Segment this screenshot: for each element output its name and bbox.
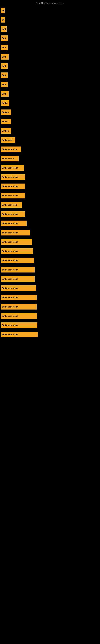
bar-16: Bottleneck resu — [1, 146, 21, 152]
bar-label-13: Bottler — [2, 120, 8, 123]
bar-3: Bott — [1, 26, 7, 32]
bar-row: Bottleneck result — [0, 313, 100, 319]
bar-row: Bottleneck result — [0, 211, 100, 217]
bar-row: Bottleneck result — [0, 239, 100, 245]
bar-19: Bottleneck result — [1, 174, 25, 180]
bar-label-2: Bo — [2, 19, 4, 21]
bar-label-31: Bottleneck result — [2, 287, 18, 290]
bar-row: Bottle — [0, 100, 100, 106]
bar-row: Bott — [0, 45, 100, 50]
bar-30: Bottleneck result — [1, 276, 35, 282]
bar-10: Bottl — [1, 91, 9, 96]
bar-label-15: Bottleneck r — [2, 139, 13, 141]
bar-label-34: Bottleneck result — [2, 315, 18, 317]
bar-row: Bottleneck result — [0, 304, 100, 310]
bar-13: Bottler — [1, 119, 11, 124]
bar-row: Bottlen — [0, 110, 100, 115]
bar-18: Bottleneck result — [1, 165, 24, 171]
bar-label-35: Bottleneck result — [2, 324, 18, 326]
bar-label-25: Bottleneck result — [2, 232, 18, 234]
bar-row: Bottlen — [0, 128, 100, 134]
bar-label-11: Bottle — [2, 102, 7, 104]
bar-row: Bottler — [0, 119, 100, 124]
bar-2: Bo — [1, 17, 5, 22]
bar-34: Bottleneck result — [1, 313, 37, 319]
bar-5: Bott — [1, 45, 8, 50]
bar-row: Bo — [0, 17, 100, 22]
bar-11: Bottle — [1, 100, 9, 106]
bar-label-7: Bott — [2, 65, 6, 67]
bar-label-8: Bott — [2, 74, 6, 76]
bar-label-19: Bottleneck result — [2, 176, 18, 178]
bar-label-3: Bott — [2, 28, 6, 30]
bar-row: Bottleneck result — [0, 165, 100, 171]
bar-14: Bottlen — [1, 128, 11, 134]
site-title: TheBottlenecker.com — [0, 0, 100, 6]
bar-label-14: Bottlen — [2, 130, 9, 132]
bar-row: Bott — [0, 63, 100, 69]
bar-label-1: Bo — [2, 10, 4, 12]
bar-row: Bottleneck re — [0, 156, 100, 162]
bar-row: Bott — [0, 26, 100, 32]
bar-label-20: Bottleneck result — [2, 185, 18, 188]
bar-12: Bottlen — [1, 110, 11, 115]
bars-container: BoBoBottBottBottBottlBottBottBottBottlBo… — [0, 6, 100, 341]
bar-row: Bottleneck result — [0, 295, 100, 300]
bar-31: Bottleneck result — [1, 285, 36, 291]
bar-33: Bottleneck result — [1, 304, 37, 310]
bar-row: Bottleneck result — [0, 332, 100, 337]
bar-row: Bott — [0, 36, 100, 41]
bar-row: Bott — [0, 82, 100, 87]
bar-label-24: Bottleneck result — [2, 222, 18, 224]
bar-label-23: Bottleneck result — [2, 213, 18, 215]
bar-row: Bottleneck result — [0, 220, 100, 226]
bar-row: Bottl — [0, 91, 100, 96]
bar-label-16: Bottleneck resu — [2, 148, 17, 150]
bar-23: Bottleneck result — [1, 211, 25, 217]
bar-6: Bottl — [1, 54, 9, 60]
bar-27: Bottleneck result — [1, 248, 33, 254]
bar-label-5: Bott — [2, 46, 6, 49]
bar-35: Bottleneck result — [1, 322, 37, 328]
bar-label-18: Bottleneck result — [2, 167, 18, 169]
bar-row: Bottl — [0, 54, 100, 60]
bar-label-17: Bottleneck re — [2, 158, 14, 160]
bar-label-32: Bottleneck result — [2, 296, 18, 299]
bar-row: Bo — [0, 8, 100, 13]
bar-row: Bottleneck result — [0, 184, 100, 189]
bar-row: Bott — [0, 72, 100, 78]
bar-9: Bott — [1, 82, 8, 87]
bar-row: Bottleneck result — [0, 174, 100, 180]
bar-label-21: Bottleneck result — [2, 194, 18, 197]
bar-row: Bottleneck result — [0, 193, 100, 198]
bar-25: Bottleneck result — [1, 230, 30, 236]
bar-row: Bottleneck result — [0, 267, 100, 272]
bar-row: Bottleneck resu — [0, 146, 100, 152]
bar-row: Bottleneck result — [0, 248, 100, 254]
bar-label-26: Bottleneck result — [2, 241, 18, 243]
bar-22: Bottleneck resu — [1, 202, 22, 208]
bar-28: Bottleneck result — [1, 258, 34, 263]
bar-20: Bottleneck result — [1, 184, 25, 189]
bar-label-22: Bottleneck resu — [2, 204, 17, 206]
bar-21: Bottleneck result — [1, 193, 25, 198]
bar-label-10: Bottl — [2, 93, 6, 95]
bar-1: Bo — [1, 8, 4, 13]
bar-label-27: Bottleneck result — [2, 250, 18, 252]
bar-row: Bottleneck result — [0, 258, 100, 263]
bar-label-6: Bottl — [2, 56, 6, 58]
bar-row: Bottleneck result — [0, 276, 100, 282]
bar-label-30: Bottleneck result — [2, 278, 18, 280]
bar-label-28: Bottleneck result — [2, 260, 18, 262]
bar-label-4: Bott — [2, 37, 6, 40]
bar-label-29: Bottleneck result — [2, 269, 18, 271]
bar-26: Bottleneck result — [1, 239, 32, 245]
bar-8: Bott — [1, 72, 8, 78]
bar-36: Bottleneck result — [1, 332, 38, 337]
bar-row: Bottleneck result — [0, 322, 100, 328]
bar-7: Bott — [1, 63, 8, 69]
bar-row: Bottleneck result — [0, 230, 100, 236]
bar-row: Bottleneck resu — [0, 202, 100, 208]
bar-label-33: Bottleneck result — [2, 306, 18, 308]
bar-label-9: Bott — [2, 84, 6, 86]
